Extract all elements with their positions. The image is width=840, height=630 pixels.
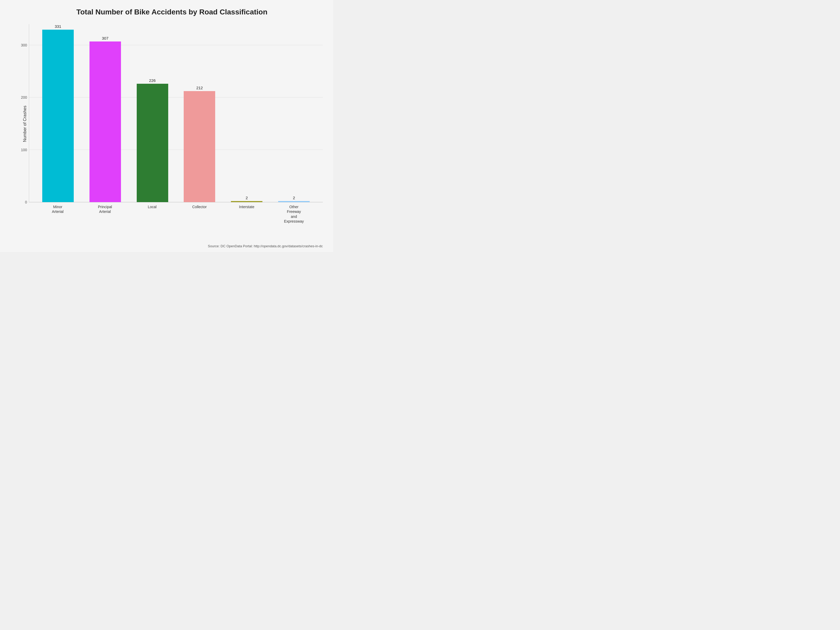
bar-value-label: 226 [149, 78, 156, 83]
bar-group: 2 [223, 24, 270, 202]
bar-group: 2 [270, 24, 317, 202]
x-labels: Minor ArterialPrincipal ArterialLocalCol… [29, 203, 323, 224]
chart-area: Number of Crashes 0100200300331307226212… [21, 24, 323, 224]
x-axis-label: Local [129, 204, 176, 224]
x-axis-label: Interstate [223, 204, 270, 224]
bar-value-label: 2 [293, 196, 295, 200]
bar [42, 30, 74, 202]
x-axis-label: Other Freeway and Expressway [270, 204, 317, 224]
bar-value-label: 307 [102, 36, 108, 40]
chart-title: Total Number of Bike Accidents by Road C… [21, 8, 323, 16]
bar [137, 84, 168, 202]
y-tick-label: 100 [21, 148, 29, 152]
bar [231, 201, 262, 202]
bars-row: 33130722621222 [29, 24, 323, 202]
bar [90, 41, 121, 202]
source-text: Source: DC OpenData Portal: http://opend… [208, 244, 323, 248]
bar-value-label: 2 [246, 196, 248, 200]
bar-group: 212 [176, 24, 223, 202]
y-tick-label: 200 [21, 95, 29, 100]
y-axis-label: Number of Crashes [21, 24, 29, 224]
bar-group: 307 [82, 24, 129, 202]
y-tick-label: 300 [21, 43, 29, 47]
plot-area: 010020030033130722621222 Minor ArterialP… [29, 24, 323, 224]
bar [184, 91, 215, 202]
y-tick-label: 0 [25, 200, 29, 204]
bar-group: 226 [129, 24, 176, 202]
bar-group: 331 [35, 24, 82, 202]
chart-container: Total Number of Bike Accidents by Road C… [0, 0, 333, 252]
x-axis-label: Principal Arterial [81, 204, 129, 224]
bar-value-label: 331 [55, 24, 61, 28]
x-axis-label: Minor Arterial [34, 204, 81, 224]
bar [278, 201, 309, 202]
bar-value-label: 212 [196, 85, 203, 90]
grid-and-bars: 010020030033130722621222 [29, 24, 323, 203]
x-axis-label: Collector [176, 204, 223, 224]
